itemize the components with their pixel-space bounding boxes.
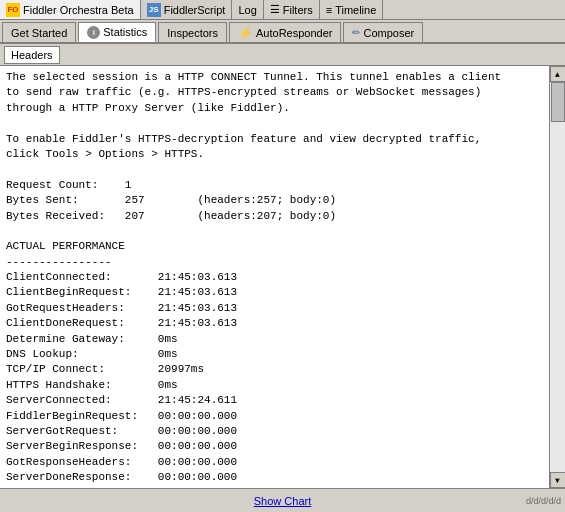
statistics-icon: i xyxy=(87,26,100,39)
fo-icon: FO xyxy=(6,3,20,17)
title-tab-fiddlerscript[interactable]: JS FiddlerScript xyxy=(141,0,233,19)
content-area[interactable]: The selected session is a HTTP CONNECT T… xyxy=(0,66,549,488)
tab-statistics[interactable]: i Statistics xyxy=(78,22,156,42)
tab-composer-label: Composer xyxy=(363,27,414,39)
tab-inspectors[interactable]: Inspectors xyxy=(158,22,227,42)
tab-get-started-label: Get Started xyxy=(11,27,67,39)
tab-get-started[interactable]: Get Started xyxy=(2,22,76,42)
tab-autoresponder-label: AutoResponder xyxy=(256,27,332,39)
toolbar-tabs: Get Started i Statistics Inspectors ⚡ Au… xyxy=(0,20,565,44)
tab-composer[interactable]: ✏ Composer xyxy=(343,22,423,42)
title-tab-filters[interactable]: ☰ Filters xyxy=(264,0,320,19)
title-tab-timeline[interactable]: ≡ Timeline xyxy=(320,0,384,19)
scrollbar-thumb[interactable] xyxy=(551,82,565,122)
title-tab-fo-label: Fiddler Orchestra Beta xyxy=(23,4,134,16)
show-chart-button[interactable]: Show Chart xyxy=(254,495,311,507)
bottom-bar: Show Chart d/d/d/d/d xyxy=(0,488,565,512)
scroll-down-icon: ▼ xyxy=(555,476,560,485)
compose-icon: ✏ xyxy=(352,27,360,38)
tab-inspectors-label: Inspectors xyxy=(167,27,218,39)
title-tab-fiddler-orchestra[interactable]: FO Fiddler Orchestra Beta xyxy=(0,0,141,19)
sec-tab-headers-label: Headers xyxy=(11,49,53,61)
title-tab-filters-icon: ☰ xyxy=(270,3,280,16)
title-tab-log[interactable]: Log xyxy=(232,0,263,19)
title-tab-filters-label: Filters xyxy=(283,4,313,16)
title-tab-log-label: Log xyxy=(238,4,256,16)
tab-autoresponder[interactable]: ⚡ AutoResponder xyxy=(229,22,341,42)
js-icon: JS xyxy=(147,3,161,17)
tab-statistics-label: Statistics xyxy=(103,26,147,38)
secondary-toolbar: Headers xyxy=(0,44,565,66)
scroll-down-button[interactable]: ▼ xyxy=(550,472,566,488)
scrollbar[interactable]: ▲ ▼ xyxy=(549,66,565,488)
scrollbar-track[interactable] xyxy=(550,82,565,472)
title-bar: FO Fiddler Orchestra Beta JS FiddlerScri… xyxy=(0,0,565,20)
scroll-up-button[interactable]: ▲ xyxy=(550,66,566,82)
title-tab-js-label: FiddlerScript xyxy=(164,4,226,16)
main-content: The selected session is a HTTP CONNECT T… xyxy=(0,66,565,488)
scroll-up-icon: ▲ xyxy=(555,70,560,79)
title-tab-timeline-label: Timeline xyxy=(335,4,376,16)
sec-tab-headers[interactable]: Headers xyxy=(4,46,60,64)
title-tab-timeline-icon: ≡ xyxy=(326,4,332,16)
bottom-right-text: d/d/d/d/d xyxy=(526,496,561,506)
lightning-icon: ⚡ xyxy=(238,26,253,40)
